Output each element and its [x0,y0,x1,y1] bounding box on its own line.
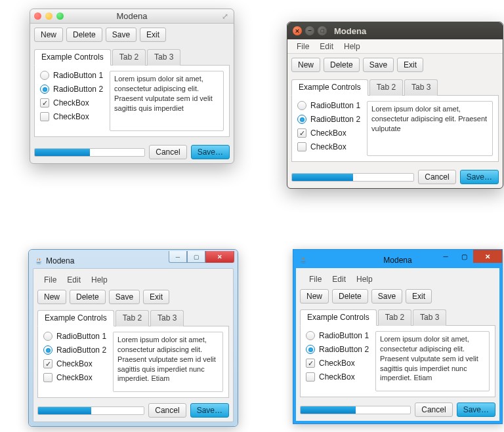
tab-example-controls[interactable]: Example Controls [291,79,368,96]
menu-help[interactable]: Help [339,41,366,52]
tab-example-controls[interactable]: Example Controls [37,310,114,326]
titlebar[interactable]: Modena ─ ▢ ✕ [33,254,234,268]
delete-button[interactable]: Delete [332,289,368,304]
save-button[interactable]: Save [371,289,402,304]
radio-2[interactable]: RadioButton 2 [40,85,103,94]
new-button[interactable]: New [300,289,329,304]
new-button[interactable]: New [34,28,63,42]
save-button[interactable]: Save [109,290,140,304]
close-icon[interactable] [293,26,302,35]
checkbox-1[interactable]: ✓CheckBox [43,359,106,368]
tabs: Example Controls Tab 2 Tab 3 [34,49,230,66]
checkbox-2[interactable]: CheckBox [40,112,103,121]
delete-button[interactable]: Delete [70,290,106,304]
save-button[interactable]: Save… [457,403,495,417]
titlebar[interactable]: Modena ─ ▢ ✕ [296,252,499,268]
save-button[interactable]: Save… [460,170,499,184]
radio-2[interactable]: RadioButton 2 [306,345,369,354]
tab-2[interactable]: Tab 2 [116,310,149,326]
checkbox-2[interactable]: CheckBox [297,142,360,151]
menu-file[interactable]: File [291,41,314,52]
window-win7: Modena ─ ▢ ✕ File Edit Help New Delete S… [28,249,238,427]
radio-1[interactable]: RadioButton 1 [297,101,360,110]
menubar: File Edit Help [37,273,229,287]
tab-3[interactable]: Tab 3 [150,310,184,326]
resize-icon[interactable]: ⤢ [222,12,230,20]
menu-file[interactable]: File [39,274,62,286]
textarea[interactable]: Lorem ipsum dolor sit amet, consectetur … [113,332,223,392]
new-button[interactable]: New [37,290,66,304]
radio-icon [306,345,315,354]
cancel-button[interactable]: Cancel [415,403,452,417]
minimize-icon[interactable]: ─ [436,250,455,263]
footer: Cancel Save… [30,141,234,163]
textarea[interactable]: Lorem ipsum dolor sit amet, consectetur … [375,331,490,391]
close-icon[interactable]: ✕ [473,250,502,263]
checkbox-1[interactable]: ✓CheckBox [306,359,369,368]
checkbox-1-label: CheckBox [56,359,93,368]
radio-2-label: RadioButton 2 [310,115,360,124]
save-button[interactable]: Save [363,58,394,72]
radio-1[interactable]: RadioButton 1 [40,71,103,80]
tab-3[interactable]: Tab 3 [413,309,446,326]
checkbox-1[interactable]: ✓CheckBox [40,98,103,108]
exit-button[interactable]: Exit [140,28,166,42]
window-title: Modena [30,11,234,21]
delete-button[interactable]: Delete [324,58,360,72]
minimize-icon[interactable] [305,26,314,35]
tab-2[interactable]: Tab 2 [378,309,411,326]
cancel-button[interactable]: Cancel [418,170,455,184]
titlebar[interactable]: Modena [287,22,503,39]
cancel-button[interactable]: Cancel [148,403,186,418]
radio-1-label: RadioButton 1 [56,332,106,341]
delete-button[interactable]: Delete [66,28,102,42]
maximize-icon[interactable]: ▢ [455,250,473,263]
tab-3[interactable]: Tab 3 [404,79,438,96]
maximize-icon[interactable]: ▢ [187,251,205,263]
radio-icon [43,332,52,341]
menu-help[interactable]: Help [351,273,378,285]
exit-button[interactable]: Exit [143,290,169,304]
save-button[interactable]: Save [106,28,136,42]
exit-button[interactable]: Exit [406,289,432,304]
progress-bar [37,406,144,415]
tab-example-controls[interactable]: Example Controls [300,309,377,326]
menu-edit[interactable]: Edit [62,274,86,286]
tab-3[interactable]: Tab 3 [147,49,180,66]
titlebar[interactable]: Modena ⤢ [30,9,234,24]
tab-2[interactable]: Tab 2 [369,79,403,96]
cancel-button[interactable]: Cancel [149,145,186,159]
exit-button[interactable]: Exit [397,58,423,72]
menu-edit[interactable]: Edit [327,273,351,285]
tab-2[interactable]: Tab 2 [112,49,146,66]
checkbox-1-label: CheckBox [53,98,89,108]
minimize-icon[interactable]: ─ [169,251,187,263]
new-button[interactable]: New [291,58,320,72]
checkbox-icon: ✓ [306,359,315,368]
radio-1[interactable]: RadioButton 1 [43,332,106,341]
menu-file[interactable]: File [304,273,327,285]
maximize-icon[interactable] [318,26,327,35]
checkbox-icon: ✓ [40,98,49,108]
close-icon[interactable]: ✕ [205,251,234,263]
progress-bar [291,173,414,182]
textarea[interactable]: Lorem ipsum dolor sit amet, consectetur … [110,71,224,131]
window-title: Modena [334,26,366,36]
save-button[interactable]: Save… [190,403,229,418]
menu-help[interactable]: Help [86,274,113,286]
menubar: File Edit Help [300,272,495,286]
textarea[interactable]: Lorem ipsum dolor sit amet, consectetur … [367,101,493,156]
checkbox-2[interactable]: CheckBox [306,372,369,382]
tab-example-controls[interactable]: Example Controls [34,49,111,66]
radio-1[interactable]: RadioButton 1 [306,331,369,340]
radio-icon [297,115,306,124]
radio-2[interactable]: RadioButton 2 [297,115,360,124]
checkbox-1[interactable]: ✓CheckBox [297,128,360,138]
radio-2[interactable]: RadioButton 2 [43,345,106,355]
save-button[interactable]: Save… [191,145,230,159]
checkbox-2[interactable]: CheckBox [43,373,106,382]
footer: Cancel Save… [37,401,229,418]
menu-edit[interactable]: Edit [314,41,339,52]
window-ubuntu: Modena File Edit Help New Delete Save Ex… [287,22,503,189]
window-win8: Modena ─ ▢ ✕ File Edit Help New Delete S… [293,249,503,424]
